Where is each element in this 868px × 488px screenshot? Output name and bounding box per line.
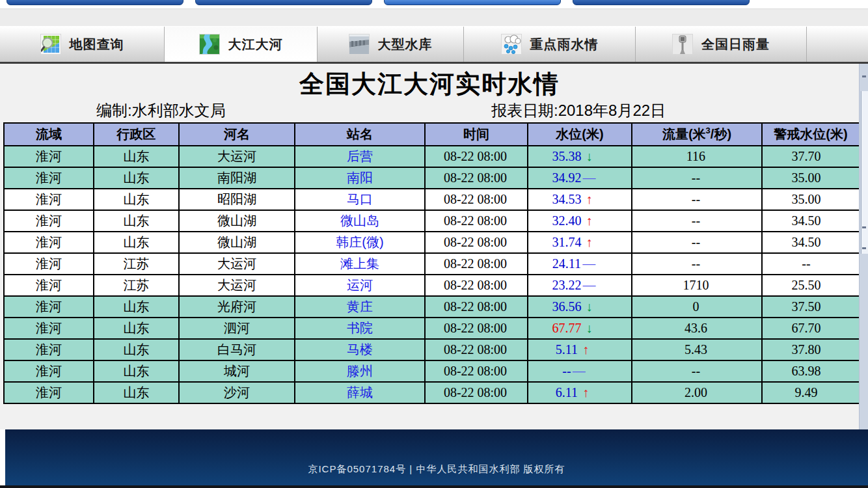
region-cell: 山东 [94,232,179,253]
basin-cell: 淮河 [4,318,94,339]
station-link[interactable]: 黄庄 [295,296,425,318]
table-row: 淮河 山东 南阳湖 南阳 08-22 08:00 34.92— -- 35.00 [4,167,860,189]
station-link[interactable]: 微山岛 [295,210,425,232]
station-link[interactable]: 马楼 [295,339,425,360]
tab-map-query[interactable]: 地图查询 [0,27,165,62]
river-cell: 大运河 [179,253,295,275]
level-cell: 5.11↑ [528,339,632,360]
tab-national-daily-rain[interactable]: 全国日雨量 [636,27,807,62]
top-nav-button-3[interactable] [384,0,561,5]
basin-cell: 淮河 [4,146,94,167]
tab-label: 重点雨水情 [530,36,599,53]
table-row: 淮河 山东 光府河 黄庄 08-22 08:00 36.56↓ 0 37.50 [4,296,860,318]
time-cell: 08-22 08:00 [425,146,528,167]
river-cell: 沙河 [179,382,295,403]
station-link[interactable]: 后营 [295,146,425,167]
station-link[interactable]: 马口 [295,189,425,210]
level-value: 23.22 [552,278,582,292]
trend-arrow-icon: ↓ [582,149,597,164]
flow-cell: -- [632,232,762,253]
flow-cell: 1710 [632,275,762,296]
flow-cell: -- [632,360,762,382]
time-cell: 08-22 08:00 [425,339,528,360]
map-search-icon [40,34,61,55]
warning-level-cell: 67.70 [762,318,860,339]
right-frame-edge [859,64,868,429]
basin-cell: 淮河 [4,296,94,318]
time-cell: 08-22 08:00 [425,382,528,403]
col-header-region: 行政区 [94,123,179,146]
col-header-level: 水位(米) [528,123,632,146]
flow-cell: 5.43 [632,339,762,360]
col-header-flow: 流量(米3/秒) [632,123,762,146]
river-table: 流域 行政区 河名 站名 时间 水位(米) 流量(米3/秒) 警戒水位(米) 淮… [3,122,860,404]
table-row: 淮河 山东 泗河 书院 08-22 08:00 67.77↓ 43.6 67.7… [4,318,860,339]
reservoir-icon [349,34,370,55]
tab-large-reservoirs[interactable]: 大型水库 [318,27,464,62]
time-cell: 08-22 08:00 [425,318,528,339]
time-cell: 08-22 08:00 [425,167,528,189]
tab-label: 全国日雨量 [701,36,770,53]
level-value: 6.11 [556,385,578,400]
level-cell: 6.11↑ [528,382,632,403]
flow-cell: 2.00 [632,382,762,403]
station-link[interactable]: 滕州 [295,360,425,382]
trend-arrow-icon: ↑ [578,385,593,400]
level-value: 32.40 [552,213,582,228]
time-cell: 08-22 08:00 [425,360,528,382]
col-header-station: 站名 [295,123,425,146]
river-cell: 微山湖 [179,210,295,232]
river-table-body: 淮河 山东 大运河 后营 08-22 08:00 35.38↓ 116 37.7… [4,146,860,403]
level-cell: 32.40↑ [528,210,632,232]
station-link[interactable]: 滩上集 [295,253,425,275]
level-value: 31.74 [552,235,582,249]
river-cell: 泗河 [179,318,295,339]
level-cell: 34.92— [528,167,632,189]
station-link[interactable]: 南阳 [295,167,425,189]
bottom-border-strip [0,485,868,488]
basin-cell: 淮河 [4,360,94,382]
warning-level-cell: 35.00 [762,167,860,189]
time-cell: 08-22 08:00 [425,210,528,232]
footer: 京ICP备05071784号 | 中华人民共和国水利部 版权所有 [5,429,868,485]
station-link[interactable]: 薛城 [295,382,425,403]
trend-arrow-icon: ↑ [582,235,597,250]
compiler-label: 编制:水利部水文局 [96,100,226,121]
region-cell: 山东 [94,146,179,167]
col-header-river: 河名 [179,123,295,146]
warning-level-cell: 25.50 [762,275,860,296]
warning-level-cell: 34.50 [762,232,860,253]
tab-label: 大江大河 [228,36,283,53]
tab-label: 地图查询 [70,36,124,53]
rain-icon [501,34,522,55]
basin-cell: 淮河 [4,232,94,253]
river-cell: 昭阳湖 [179,189,295,210]
tab-label: 大型水库 [378,36,433,53]
basin-cell: 淮河 [4,253,94,275]
level-value: 34.92 [552,170,582,185]
region-cell: 山东 [94,339,179,360]
spacer-band [0,8,868,26]
station-link[interactable]: 书院 [295,318,425,339]
trend-arrow-icon: — [582,170,597,185]
river-cell: 南阳湖 [179,167,295,189]
main-content: 全国大江大河实时水情 编制:水利部水文局 报表日期:2018年8月22日 流域 … [0,64,868,429]
region-cell: 山东 [94,318,179,339]
tab-major-rivers[interactable]: 大江大河 [165,27,318,62]
warning-level-cell: 63.98 [762,360,860,382]
river-cell: 光府河 [179,296,295,318]
top-nav-button-2[interactable] [195,0,372,5]
level-cell: 31.74↑ [528,232,632,253]
top-nav-button-1[interactable] [7,0,183,5]
tab-bar-filler [807,27,868,62]
tab-key-rainfall[interactable]: 重点雨水情 [464,27,636,62]
flow-cell: 116 [632,146,762,167]
time-cell: 08-22 08:00 [425,232,528,253]
top-nav-button-4[interactable] [573,0,750,5]
station-link[interactable]: 韩庄(微) [295,232,425,253]
region-cell: 山东 [94,360,179,382]
station-link[interactable]: 运河 [295,275,425,296]
table-row: 淮河 山东 城河 滕州 08-22 08:00 --— -- 63.98 [4,360,860,382]
trend-arrow-icon: ↑ [582,213,597,228]
river-cell: 大运河 [179,275,295,296]
